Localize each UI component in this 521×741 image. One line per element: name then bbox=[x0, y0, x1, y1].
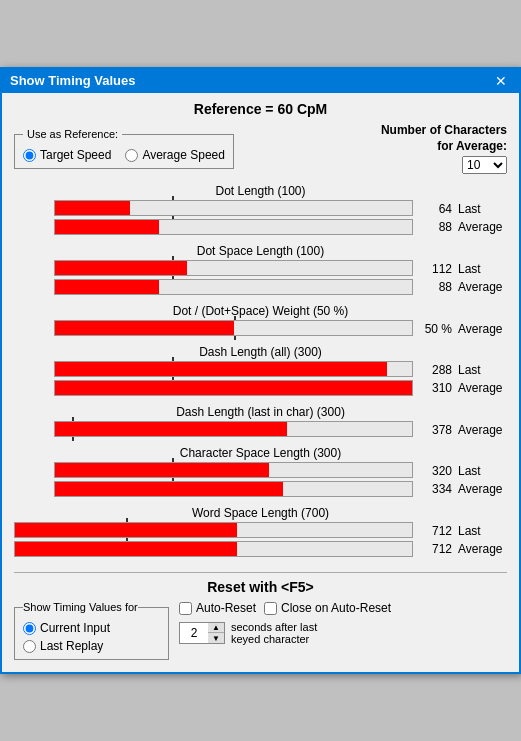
auto-reset-section: Auto-Reset Close on Auto-Reset ▲ ▼ bbox=[179, 601, 507, 645]
word-space-length-bar-avg bbox=[14, 541, 413, 557]
num-chars-section: Number of Characters for Average: 10 5 1… bbox=[381, 123, 507, 174]
current-input-radio[interactable] bbox=[23, 622, 36, 635]
target-speed-label: Target Speed bbox=[40, 148, 111, 162]
word-space-length-bar-last bbox=[14, 522, 413, 538]
seconds-input[interactable] bbox=[180, 626, 208, 640]
target-speed-option[interactable]: Target Speed bbox=[23, 148, 111, 162]
dot-length-bar-avg bbox=[54, 219, 413, 235]
current-input-label: Current Input bbox=[40, 621, 110, 635]
dot-space-length-label: Dot Space Length (100) bbox=[14, 244, 507, 258]
dot-length-bar-last bbox=[54, 200, 413, 216]
auto-reset-checkbox[interactable] bbox=[179, 602, 192, 615]
dash-length-all-bar-last bbox=[54, 361, 413, 377]
metrics-section: Dot Length (100) bbox=[14, 184, 507, 564]
metric-dot-weight: Dot / (Dot+Space) Weight (50 %) 50 %Aver… bbox=[14, 304, 507, 339]
close-on-auto-reset-checkbox[interactable] bbox=[264, 602, 277, 615]
reference-label: Reference = 60 CpM bbox=[14, 101, 507, 117]
num-chars-select[interactable]: 10 5 15 20 bbox=[462, 156, 507, 174]
window-title: Show Timing Values bbox=[10, 73, 135, 88]
dash-length-all-bar-avg bbox=[54, 380, 413, 396]
last-replay-label: Last Replay bbox=[40, 639, 103, 653]
average-speed-option[interactable]: Average Speed bbox=[125, 148, 225, 162]
dash-length-last-bar-avg bbox=[54, 421, 413, 437]
auto-reset-label: Auto-Reset bbox=[196, 601, 256, 615]
seconds-after-label: seconds after last keyed character bbox=[231, 621, 317, 645]
timing-for-group: Show Timing Values for Current Input Las… bbox=[14, 601, 169, 660]
dash-length-last-label: Dash Length (last in char) (300) bbox=[14, 405, 507, 419]
metric-dash-length-last: Dash Length (last in char) (300) 378Aver… bbox=[14, 405, 507, 440]
last-replay-radio[interactable] bbox=[23, 640, 36, 653]
metric-dot-length: Dot Length (100) bbox=[14, 184, 507, 238]
title-bar: Show Timing Values ✕ bbox=[2, 69, 519, 93]
current-input-option[interactable]: Current Input bbox=[23, 621, 160, 635]
char-space-length-label: Character Space Length (300) bbox=[14, 446, 507, 460]
timing-for-legend: Show Timing Values for bbox=[23, 601, 138, 613]
last-replay-option[interactable]: Last Replay bbox=[23, 639, 160, 653]
char-space-length-bar-avg bbox=[54, 481, 413, 497]
close-button[interactable]: ✕ bbox=[491, 73, 511, 89]
metric-dot-space-length: Dot Space Length (100) bbox=[14, 244, 507, 298]
seconds-up-button[interactable]: ▲ bbox=[208, 623, 224, 633]
metric-char-space-length: Character Space Length (300) bbox=[14, 446, 507, 500]
dot-weight-bar-avg bbox=[54, 320, 413, 336]
seconds-spinner: ▲ ▼ bbox=[179, 622, 225, 644]
auto-reset-checkbox-row: Auto-Reset bbox=[179, 601, 256, 615]
close-on-auto-reset-row: Close on Auto-Reset bbox=[264, 601, 391, 615]
use-as-reference-group: Use as Reference: Target Speed Average S… bbox=[14, 128, 234, 169]
reset-label: Reset with <F5> bbox=[14, 572, 507, 595]
metric-word-space-length: Word Space Length (700) bbox=[14, 506, 507, 560]
target-speed-radio[interactable] bbox=[23, 149, 36, 162]
seconds-down-button[interactable]: ▼ bbox=[208, 633, 224, 643]
metric-dash-length-all: Dash Length (all) (300) bbox=[14, 345, 507, 399]
dot-space-length-bar-last bbox=[54, 260, 413, 276]
dot-weight-label: Dot / (Dot+Space) Weight (50 %) bbox=[14, 304, 507, 318]
dot-space-length-bar-avg bbox=[54, 279, 413, 295]
close-on-auto-reset-label: Close on Auto-Reset bbox=[281, 601, 391, 615]
average-speed-label: Average Speed bbox=[142, 148, 225, 162]
use-as-reference-legend: Use as Reference: bbox=[23, 128, 122, 140]
dash-length-all-label: Dash Length (all) (300) bbox=[14, 345, 507, 359]
average-speed-radio[interactable] bbox=[125, 149, 138, 162]
num-chars-label: Number of Characters for Average: bbox=[381, 123, 507, 154]
char-space-length-bar-last bbox=[54, 462, 413, 478]
word-space-length-label: Word Space Length (700) bbox=[14, 506, 507, 520]
seconds-row: ▲ ▼ seconds after last keyed character bbox=[179, 621, 507, 645]
main-window: Show Timing Values ✕ Reference = 60 CpM … bbox=[0, 67, 521, 674]
dot-length-label: Dot Length (100) bbox=[14, 184, 507, 198]
